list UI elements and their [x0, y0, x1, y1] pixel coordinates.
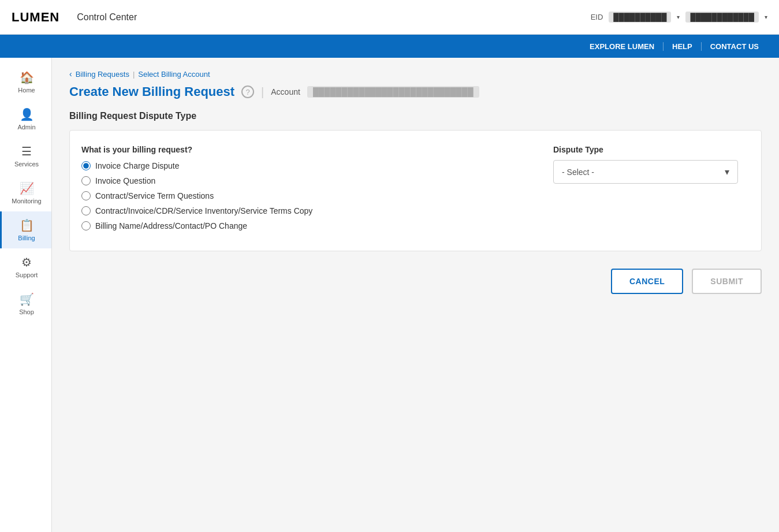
radio-group-section: What is your billing request? Invoice Ch… [81, 145, 519, 236]
support-icon: ⚙ [21, 255, 32, 269]
radio-label-invoice-question[interactable]: Invoice Question [95, 176, 155, 185]
radio-label-billing-name-address[interactable]: Billing Name/Address/Contact/PO Change [95, 221, 247, 230]
radio-group-label: What is your billing request? [81, 145, 519, 154]
sidebar-label-services: Services [14, 161, 39, 168]
select-placeholder: - Select - [562, 168, 594, 177]
sidebar-label-billing: Billing [18, 235, 35, 241]
top-header: LUMEN Control Center EID ██████████ ▾ ██… [0, 0, 779, 35]
radio-billing-name-address[interactable] [81, 221, 91, 230]
blue-nav: EXPLORE LUMEN HELP CONTACT US [0, 35, 779, 58]
dispute-type-section: Dispute Type - Select - ▾ [553, 145, 750, 184]
radio-contract-service-term[interactable] [81, 191, 91, 200]
sidebar-item-support[interactable]: ⚙ Support [0, 248, 51, 285]
logo: LUMEN [12, 10, 59, 25]
breadcrumb-separator: | [133, 70, 135, 79]
radio-label-contract-service-term[interactable]: Contract/Service Term Questions [95, 191, 214, 200]
help-link[interactable]: HELP [664, 42, 702, 51]
contact-us-link[interactable]: CONTACT US [702, 42, 767, 51]
dispute-type-label: Dispute Type [553, 145, 750, 154]
user-value: ████████████ [685, 12, 759, 23]
cancel-button[interactable]: CANCEL [611, 269, 683, 294]
action-buttons: CANCEL SUBMIT [69, 269, 762, 294]
form-card-inner: What is your billing request? Invoice Ch… [81, 145, 750, 236]
breadcrumb: ‹ Billing Requests | Select Billing Acco… [69, 69, 762, 79]
header-right: EID ██████████ ▾ ████████████ ▾ [591, 12, 767, 23]
radio-label-contract-invoice-cdr[interactable]: Contract/Invoice/CDR/Service Inventory/S… [95, 206, 312, 215]
sidebar-label-support: Support [16, 271, 38, 278]
page-title: Create New Billing Request [69, 84, 234, 99]
radio-item-4[interactable]: Billing Name/Address/Contact/PO Change [81, 221, 519, 230]
monitoring-icon: 📈 [20, 181, 34, 195]
admin-icon: 👤 [20, 107, 34, 121]
radio-invoice-question[interactable] [81, 176, 91, 185]
account-divider: | [261, 85, 264, 99]
radio-item-2[interactable]: Contract/Service Term Questions [81, 191, 519, 200]
radio-item-0[interactable]: Invoice Charge Dispute [81, 161, 519, 170]
main-layout: 🏠 Home 👤 Admin ☰ Services 📈 Monitoring 📋… [0, 58, 779, 532]
dispute-type-select[interactable]: - Select - ▾ [553, 160, 738, 184]
user-dropdown-arrow[interactable]: ▾ [765, 14, 767, 20]
radio-item-3[interactable]: Contract/Invoice/CDR/Service Inventory/S… [81, 206, 519, 215]
breadcrumb-billing-requests[interactable]: Billing Requests [76, 70, 129, 79]
radio-invoice-charge-dispute[interactable] [81, 161, 91, 170]
shop-icon: 🛒 [20, 292, 34, 306]
sidebar-label-admin: Admin [17, 124, 35, 131]
home-icon: 🏠 [20, 70, 34, 84]
section-title: Billing Request Dispute Type [69, 111, 762, 121]
sidebar-item-shop[interactable]: 🛒 Shop [0, 285, 51, 322]
app-title: Control Center [77, 12, 137, 23]
eid-label: EID [591, 13, 603, 21]
services-icon: ☰ [21, 144, 32, 158]
radio-contract-invoice-cdr[interactable] [81, 206, 91, 215]
sidebar-label-monitoring: Monitoring [12, 198, 41, 204]
account-label: Account [271, 87, 300, 96]
sidebar-label-shop: Shop [19, 308, 34, 315]
page-title-row: Create New Billing Request ? | Account █… [69, 84, 762, 99]
sidebar-item-monitoring[interactable]: 📈 Monitoring [0, 174, 51, 211]
submit-button[interactable]: SUBMIT [692, 269, 762, 294]
sidebar: 🏠 Home 👤 Admin ☰ Services 📈 Monitoring 📋… [0, 58, 52, 532]
radio-label-invoice-charge-dispute[interactable]: Invoice Charge Dispute [95, 161, 180, 170]
eid-dropdown-arrow[interactable]: ▾ [677, 14, 680, 20]
back-chevron: ‹ [69, 69, 72, 79]
eid-value: ██████████ [609, 12, 671, 23]
sidebar-item-services[interactable]: ☰ Services [0, 137, 51, 174]
help-icon[interactable]: ? [241, 85, 254, 98]
radio-item-1[interactable]: Invoice Question [81, 176, 519, 185]
account-value: ████████████████████████████ [307, 86, 479, 98]
explore-lumen-link[interactable]: EXPLORE LUMEN [581, 42, 664, 51]
select-chevron-down-icon: ▾ [725, 166, 729, 177]
sidebar-label-home: Home [18, 87, 35, 94]
billing-icon: 📋 [20, 218, 34, 232]
sidebar-item-home[interactable]: 🏠 Home [0, 64, 51, 101]
sidebar-item-billing[interactable]: 📋 Billing [0, 211, 51, 248]
sidebar-item-admin[interactable]: 👤 Admin [0, 101, 51, 137]
form-card: What is your billing request? Invoice Ch… [69, 130, 762, 251]
content-area: ‹ Billing Requests | Select Billing Acco… [52, 58, 779, 532]
breadcrumb-select-account[interactable]: Select Billing Account [138, 70, 210, 79]
